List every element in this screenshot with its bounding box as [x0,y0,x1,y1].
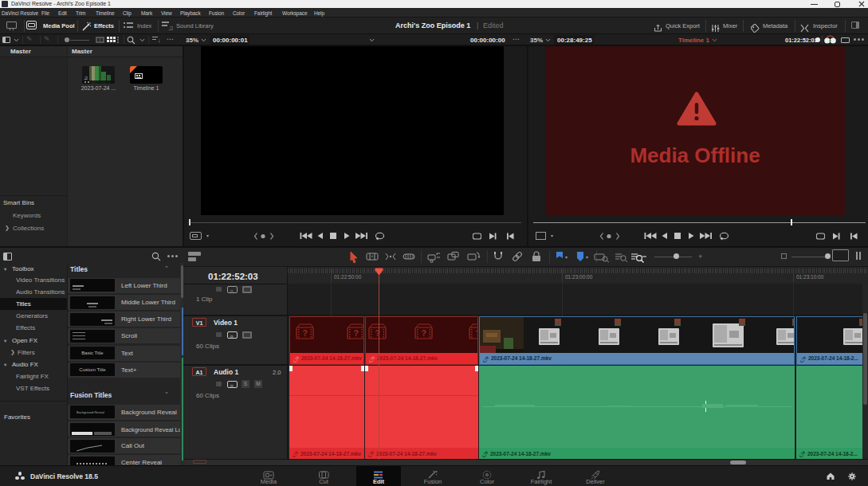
svg-text:?: ? [475,328,478,338]
svg-text:?: ? [421,328,426,338]
svg-text:?: ? [353,328,359,338]
svg-text:?: ? [302,328,308,338]
